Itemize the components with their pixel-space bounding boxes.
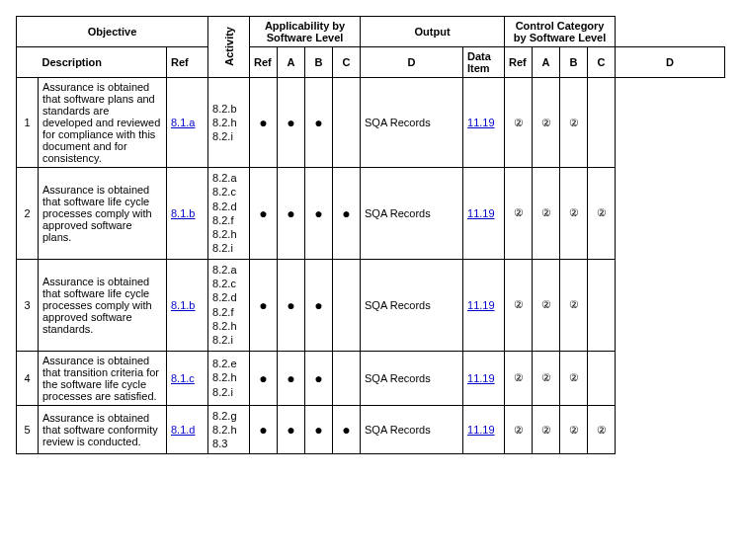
row-cc-a: ②: [505, 259, 533, 351]
row-activity-ref: 8.2.e 8.2.h 8.2.i: [208, 351, 250, 405]
row-ref-objective[interactable]: 8.1.d: [167, 405, 208, 454]
row-ref-objective-link[interactable]: 8.1.a: [171, 117, 195, 128]
row-activity-ref: 8.2.g 8.2.h 8.3: [208, 405, 250, 454]
table-row: 3Assurance is obtained that software lif…: [17, 259, 725, 351]
row-number: 5: [17, 405, 39, 454]
row-ref-objective[interactable]: 8.1.a: [167, 78, 208, 168]
row-ref-output[interactable]: 11.19: [463, 168, 505, 260]
hdr-description: Description: [39, 47, 167, 78]
hdr-ref-act: Ref: [250, 47, 278, 78]
row-cc-d: [588, 78, 616, 168]
row-cc-b: ②: [533, 405, 560, 454]
row-ref-output[interactable]: 11.19: [463, 78, 505, 168]
row-data-item: SQA Records: [361, 405, 463, 454]
row-appl-d: [333, 259, 361, 351]
row-data-item: SQA Records: [361, 351, 463, 405]
hdr-cc-b: B: [560, 47, 588, 78]
row-cc-a: ②: [505, 405, 533, 454]
row-appl-a: ●: [250, 168, 278, 260]
row-description: Assurance is obtained that transition cr…: [39, 351, 167, 405]
row-ref-objective[interactable]: 8.1.b: [167, 168, 208, 260]
row-cc-c: ②: [560, 259, 588, 351]
hdr-number: [17, 47, 39, 78]
row-appl-c: ●: [305, 259, 333, 351]
row-description: Assurance is obtained that software life…: [39, 168, 167, 260]
row-data-item: SQA Records: [361, 78, 463, 168]
row-ref-objective-link[interactable]: 8.1.c: [171, 372, 195, 384]
hdr-control: Control Category by Software Level: [505, 17, 616, 47]
row-cc-d: ②: [588, 168, 616, 260]
row-ref-objective-link[interactable]: 8.1.b: [171, 299, 195, 311]
row-ref-objective-link[interactable]: 8.1.d: [171, 424, 195, 436]
row-appl-b: ●: [278, 405, 305, 454]
row-cc-c: ②: [560, 168, 588, 260]
hdr-appl-c: C: [333, 47, 361, 78]
hdr-data-item: Data Item: [463, 47, 505, 78]
hdr-cc-d: D: [616, 47, 725, 78]
row-appl-c: ●: [305, 405, 333, 454]
row-ref-output[interactable]: 11.19: [463, 259, 505, 351]
hdr-ref-out: Ref: [505, 47, 533, 78]
hdr-cc-a: A: [533, 47, 560, 78]
hdr-ref-obj: Ref: [167, 47, 208, 78]
row-ref-output-link[interactable]: 11.19: [467, 299, 495, 311]
row-ref-output-link[interactable]: 11.19: [467, 117, 495, 128]
row-number: 3: [17, 259, 39, 351]
row-ref-output-link[interactable]: 11.19: [467, 424, 495, 436]
row-cc-b: ②: [533, 351, 560, 405]
row-appl-c: ●: [305, 351, 333, 405]
row-activity-ref: 8.2.a 8.2.c 8.2.d 8.2.f 8.2.h 8.2.i: [208, 168, 250, 260]
row-ref-objective-link[interactable]: 8.1.b: [171, 207, 195, 219]
row-data-item: SQA Records: [361, 259, 463, 351]
hdr-output: Output: [361, 17, 505, 47]
table-row: 5Assurance is obtained that software con…: [17, 405, 725, 454]
row-description: Assurance is obtained that software conf…: [39, 405, 167, 454]
row-cc-a: ②: [505, 78, 533, 168]
row-appl-b: ●: [278, 259, 305, 351]
row-activity-ref: 8.2.a 8.2.c 8.2.d 8.2.f 8.2.h 8.2.i: [208, 259, 250, 351]
row-appl-a: ●: [250, 78, 278, 168]
row-appl-d: ●: [333, 405, 361, 454]
table-row: 4Assurance is obtained that transition c…: [17, 351, 725, 405]
row-ref-output-link[interactable]: 11.19: [467, 207, 495, 219]
row-cc-d: [588, 351, 616, 405]
hdr-activity: Activity: [208, 17, 250, 78]
row-appl-c: ●: [305, 168, 333, 260]
row-cc-d: ②: [588, 405, 616, 454]
row-cc-c: ②: [560, 78, 588, 168]
row-activity-ref: 8.2.b 8.2.h 8.2.i: [208, 78, 250, 168]
row-appl-d: ●: [333, 168, 361, 260]
row-ref-output[interactable]: 11.19: [463, 351, 505, 405]
hdr-applicability: Applicability by Software Level: [250, 17, 361, 47]
row-ref-output-link[interactable]: 11.19: [467, 372, 495, 384]
row-cc-c: ②: [560, 405, 588, 454]
hdr-appl-b: B: [305, 47, 333, 78]
hdr-appl-a: A: [278, 47, 305, 78]
hdr-cc-c: C: [588, 47, 616, 78]
row-appl-d: [333, 351, 361, 405]
row-cc-d: [588, 259, 616, 351]
row-data-item: SQA Records: [361, 168, 463, 260]
row-description: Assurance is obtained that software life…: [39, 259, 167, 351]
row-appl-c: ●: [305, 78, 333, 168]
row-cc-b: ②: [533, 259, 560, 351]
table-row: 1Assurance is obtained that software pla…: [17, 78, 725, 168]
objectives-table: Objective Activity Applicability by Soft…: [16, 16, 725, 454]
row-ref-objective[interactable]: 8.1.c: [167, 351, 208, 405]
row-ref-output[interactable]: 11.19: [463, 405, 505, 454]
hdr-appl-d: D: [361, 47, 463, 78]
row-cc-b: ②: [533, 78, 560, 168]
table-row: 2Assurance is obtained that software lif…: [17, 168, 725, 260]
row-cc-a: ②: [505, 168, 533, 260]
row-appl-a: ●: [250, 259, 278, 351]
row-ref-objective[interactable]: 8.1.b: [167, 259, 208, 351]
row-appl-b: ●: [278, 78, 305, 168]
row-cc-c: ②: [560, 351, 588, 405]
row-appl-d: [333, 78, 361, 168]
row-appl-b: ●: [278, 168, 305, 260]
row-number: 1: [17, 78, 39, 168]
row-description: Assurance is obtained that software plan…: [39, 78, 167, 168]
row-appl-a: ●: [250, 405, 278, 454]
row-appl-a: ●: [250, 351, 278, 405]
row-cc-b: ②: [533, 168, 560, 260]
